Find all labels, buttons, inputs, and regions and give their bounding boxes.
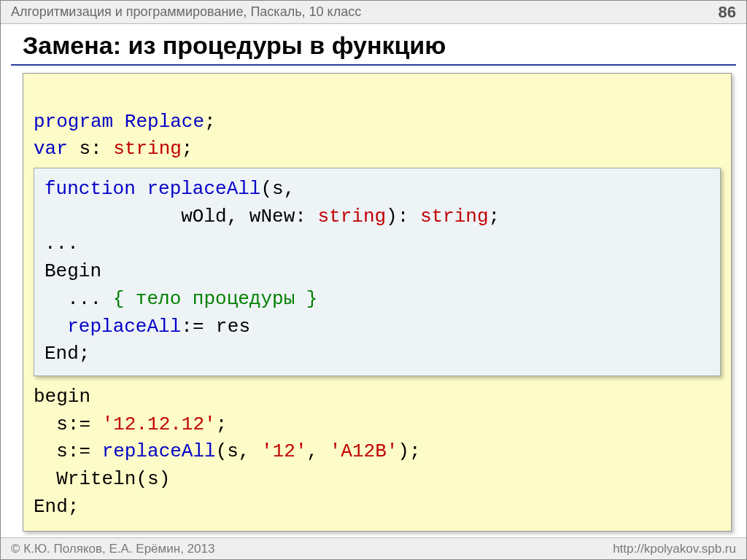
body-pad: ...: [44, 288, 113, 310]
param-close: ):: [386, 206, 420, 228]
page-number: 86: [719, 3, 736, 22]
param-open: (s,: [260, 178, 295, 200]
str-lit: '12.12.12': [102, 413, 216, 435]
code-block-inner: function replaceAll(s, wOld, wNew: strin…: [34, 168, 721, 376]
title-underline: [11, 64, 736, 66]
call-sep: ,: [307, 440, 330, 462]
id-replaceall: replaceAll: [102, 440, 216, 462]
writeln: Writeln(s): [34, 468, 170, 490]
sym-semicolon: ;: [216, 413, 228, 435]
kw-begin: Begin: [44, 260, 101, 282]
breadcrumb: Алгоритмизация и программирование, Паска…: [11, 4, 361, 20]
param-line: wOld, wNew:: [44, 206, 317, 228]
comment: { тело процедуры }: [113, 288, 318, 310]
sym-semicolon: ;: [182, 138, 193, 160]
type-string: string: [420, 206, 489, 228]
str-lit: 'A12B': [330, 440, 398, 462]
kw-program: program: [34, 111, 113, 133]
kw-end: End;: [44, 343, 90, 365]
sym-semicolon: ;: [489, 206, 500, 228]
id-replaceall: replaceAll: [147, 178, 260, 200]
slide-header: Алгоритмизация и программирование, Паска…: [1, 1, 746, 24]
assign-s2-pad: s:=: [34, 440, 102, 462]
code-block-outer: program Replace; var s: string; function…: [23, 73, 732, 532]
id-replaceall: replaceAll: [67, 316, 181, 338]
copyright: © К.Ю. Поляков, Е.А. Ерёмин, 2013: [11, 542, 214, 556]
slide-footer: © К.Ю. Поляков, Е.А. Ерёмин, 2013 http:/…: [1, 537, 746, 559]
assign-pad: [44, 316, 67, 338]
ellipsis: ...: [44, 233, 79, 254]
kw-begin: begin: [34, 386, 90, 408]
footer-url: http://kpolyakov.spb.ru: [613, 542, 736, 556]
var-decl: s:: [68, 138, 113, 160]
kw-end: End;: [34, 496, 79, 518]
type-string: string: [317, 206, 386, 228]
slide: Алгоритмизация и программирование, Паска…: [0, 0, 747, 560]
type-string: string: [113, 138, 182, 160]
kw-function: function: [44, 178, 136, 200]
sym-semicolon: ;: [204, 111, 216, 133]
call-open: (s,: [216, 440, 261, 462]
assign-s1-pad: s:=: [34, 413, 102, 435]
call-close: );: [398, 440, 420, 462]
kw-var: var: [34, 138, 68, 160]
assign-res: := res: [181, 316, 250, 338]
id-replace: Replace: [125, 111, 204, 133]
slide-title: Замена: из процедуры в функцию: [1, 24, 746, 64]
str-lit: '12': [261, 440, 306, 462]
